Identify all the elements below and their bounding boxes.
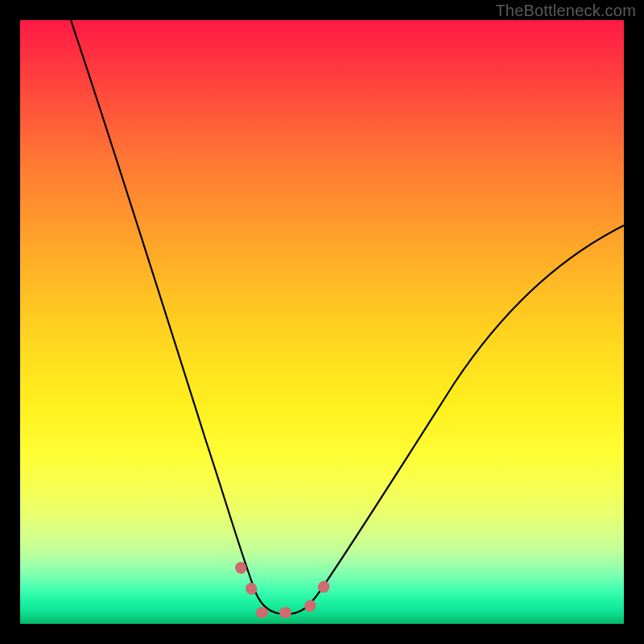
curve-layer [20,20,624,624]
watermark-text: TheBottleneck.com [495,2,636,20]
chart-frame: TheBottleneck.com [0,0,644,644]
accent-group [241,568,326,613]
plot-area [20,20,624,624]
bottleneck-curve [71,20,624,614]
